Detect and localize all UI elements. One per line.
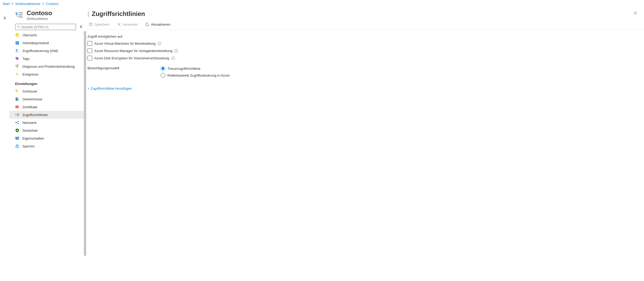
add-access-policy-label: Zugriffsrichtlinie hinzufügen [91,87,132,90]
checkbox-vm[interactable] [87,41,92,46]
svg-rect-45 [18,137,19,138]
nav-item-label: Ereignisse [22,72,38,76]
permission-model-radio-group: Tresorzugriffsrichtlinie Rollenbasierte … [161,66,641,78]
nav-item-properties[interactable]: Eigenschaften [9,134,86,142]
page-title: Zugriffsrichtlinien [92,10,145,18]
activity-log-icon [15,41,19,45]
svg-point-19 [16,90,17,91]
keys-icon [15,89,19,93]
network-icon [15,121,19,125]
properties-icon [15,136,19,140]
certificates-icon [15,105,19,109]
more-actions-button[interactable]: ··· [148,13,153,17]
checkbox-row-arm: Azure Resource Manager für Vorlagenberei… [87,48,641,53]
svg-rect-28 [16,106,17,106]
svg-rect-16 [16,66,18,68]
add-access-policy-link[interactable]: + Zugriffsrichtlinie hinzufügen [87,87,132,90]
expand-rail-button[interactable] [3,16,6,281]
info-icon[interactable]: i [171,56,175,60]
security-icon [15,128,19,133]
svg-point-6 [17,35,18,36]
breadcrumb-item[interactable]: Schlüsseltresore [15,2,40,6]
nav-item-overview[interactable]: Übersicht [9,31,86,39]
radio-vault-policy[interactable]: Tresorzugriffsrichtlinie [161,66,641,71]
svg-rect-24 [16,99,18,99]
svg-point-3 [17,26,19,28]
info-icon[interactable]: i [174,49,178,53]
radio-input[interactable] [161,73,165,78]
nav-item-label: Zertifikate [22,105,37,109]
nav-item-certificates[interactable]: Zertifikate [9,103,86,111]
resource-subtitle: Schlüsseltresor [27,17,52,21]
save-label: Speichern [94,22,110,26]
locks-icon [15,144,19,148]
nav-item-access-policies[interactable]: Zugriffsrichtlinien [9,111,86,119]
svg-line-4 [19,27,20,28]
nav-item-label: Geheimnisse [22,97,42,101]
svg-line-37 [16,122,18,123]
nav-item-security[interactable]: Sicherheit [9,127,86,134]
breadcrumb-item[interactable]: Contoso [46,2,58,6]
nav-item-label: Zugriffssteuerung (IAM) [22,49,58,53]
checkbox-disk[interactable] [87,56,92,60]
breadcrumb: Start Schlüsseltresore Contoso [0,0,644,7]
nav-item-iam[interactable]: Zugriffssteuerung (IAM) [9,47,86,55]
collapse-nav-button[interactable] [79,24,84,30]
nav-item-label: Netzwerk [22,121,37,125]
discard-button[interactable]: Verwerfen [116,22,139,27]
checkbox-label: Azure Resource Manager für Vorlagenberei… [94,49,172,53]
breadcrumb-item[interactable]: Start [3,2,10,6]
svg-rect-9 [16,42,18,42]
discard-icon [117,22,121,26]
nav-item-secrets[interactable]: Geheimnisse [9,95,86,103]
close-button[interactable] [631,10,639,17]
secrets-icon [15,97,19,101]
checkbox-arm[interactable] [87,48,92,53]
nav-item-tags[interactable]: Tags [9,55,86,62]
svg-rect-23 [16,98,18,98]
radio-label: Rollenbasierte Zugriffssteuerung in Azur… [167,73,230,77]
enable-access-label: Zugriff ermöglichen auf: [87,35,641,38]
resource-icon [15,11,24,19]
svg-rect-44 [17,139,18,139]
nav-section-settings: Einstellungen [9,78,86,87]
nav-item-network[interactable]: Netzwerk [9,119,86,127]
svg-rect-11 [16,43,17,44]
svg-point-39 [17,130,18,131]
svg-point-15 [16,65,17,66]
chevron-right-icon [11,2,13,5]
checkbox-row-disk: Azure Disk Encryption für Volumeverschlü… [87,56,641,60]
nav-item-events[interactable]: Ereignisse [9,70,86,78]
radio-rbac[interactable]: Rollenbasierte Zugriffssteuerung in Azur… [161,73,641,78]
nav-scroll[interactable]: Übersicht Aktivitätsprotokoll Zugriffsst… [9,31,86,281]
svg-rect-42 [18,137,19,140]
svg-point-17 [17,65,19,66]
plus-icon: + [87,87,90,90]
nav-item-keys[interactable]: Schlüssel [9,87,86,95]
nav-item-activity-log[interactable]: Aktivitätsprotokoll [9,39,86,47]
checkbox-row-vm: Azure Virtual Machines für Bereitstellun… [87,41,641,46]
svg-point-13 [17,50,19,51]
nav-item-locks[interactable]: Sperren [9,142,86,150]
left-rail [0,7,9,281]
search-field[interactable] [21,25,74,29]
svg-point-35 [18,121,19,122]
nav-item-diagnose[interactable]: Diagnose und Problembehandlung [9,62,86,70]
checkbox-label: Azure Disk Encryption für Volumeverschlü… [94,56,169,60]
search-input[interactable] [15,24,76,30]
save-button[interactable]: Speichern [87,22,111,27]
svg-point-52 [90,24,91,25]
info-icon[interactable]: i [158,42,161,45]
overview-icon [15,33,19,37]
main-panel: | Zugriffsrichtlinien ··· Speichern Verw… [86,7,644,281]
svg-rect-25 [17,99,19,101]
nav-item-label: Übersicht [22,33,37,37]
svg-point-47 [17,147,17,147]
radio-label: Tresorzugriffsrichtlinie [167,67,200,71]
nav-item-label: Schlüssel [22,89,37,93]
nav-item-label: Sicherheit [22,129,38,133]
nav-item-label: Diagnose und Problembehandlung [22,65,75,68]
radio-input[interactable] [161,66,165,71]
refresh-icon [145,22,149,26]
refresh-button[interactable]: Aktualisieren [144,22,171,27]
